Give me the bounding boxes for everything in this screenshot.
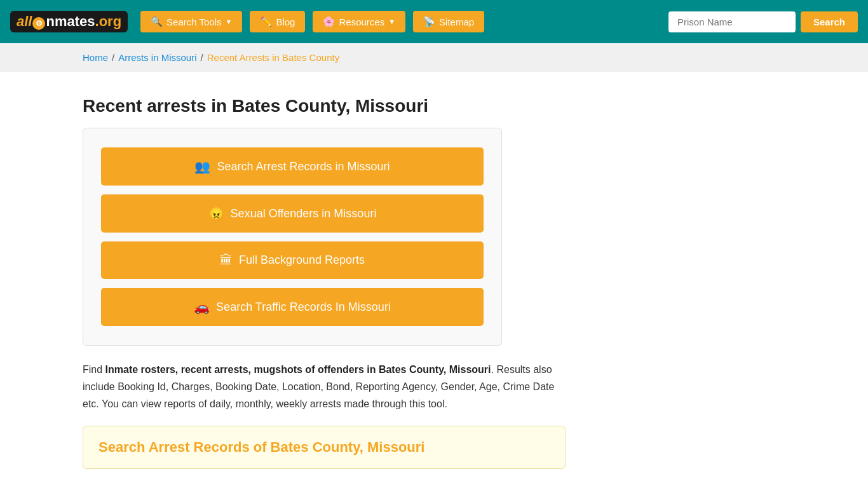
background-reports-label: Full Background Reports bbox=[239, 254, 365, 267]
breadcrumb-current: Recent Arrests in Bates County bbox=[207, 52, 339, 63]
resources-label: Resources bbox=[339, 17, 384, 27]
main-content: Recent arrests in Bates County, Missouri… bbox=[0, 72, 868, 488]
background-reports-icon: 🏛 bbox=[220, 253, 233, 268]
sitemap-label: Sitemap bbox=[439, 17, 474, 27]
resources-button[interactable]: 🌸 Resources ▼ bbox=[313, 11, 405, 32]
blog-button[interactable]: ✏️ Blog bbox=[250, 11, 305, 32]
blog-label: Blog bbox=[276, 17, 295, 27]
sitemap-icon: 📡 bbox=[423, 16, 435, 27]
site-header: all⚙nmates.org 🔍 Search Tools ▼ ✏️ Blog … bbox=[0, 0, 868, 43]
header-search-area: Search bbox=[668, 11, 858, 32]
description-bold: Inmate rosters, recent arrests, mugshots… bbox=[105, 364, 491, 375]
breadcrumb-arrests-link[interactable]: Arrests in Missouri bbox=[118, 52, 196, 63]
description-prefix: Find bbox=[83, 364, 105, 375]
sitemap-button[interactable]: 📡 Sitemap bbox=[413, 11, 484, 32]
page-title: Recent arrests in Bates County, Missouri bbox=[83, 96, 785, 116]
description-text: Find Inmate rosters, recent arrests, mug… bbox=[83, 361, 566, 413]
arrest-records-button[interactable]: 👥 Search Arrest Records in Missouri bbox=[101, 147, 484, 186]
arrest-records-icon: 👥 bbox=[194, 159, 210, 174]
traffic-records-icon: 🚗 bbox=[194, 299, 210, 315]
prison-name-input[interactable] bbox=[668, 11, 796, 32]
search-button-label: Search bbox=[813, 17, 845, 27]
search-tools-button[interactable]: 🔍 Search Tools ▼ bbox=[140, 11, 242, 32]
breadcrumb: Home / Arrests in Missouri / Recent Arre… bbox=[83, 52, 785, 63]
resources-icon: 🌸 bbox=[323, 16, 335, 27]
site-logo[interactable]: all⚙nmates.org bbox=[10, 11, 128, 32]
sexual-offenders-button[interactable]: 😠 Sexual Offenders in Missouri bbox=[101, 194, 484, 233]
breadcrumb-home-link[interactable]: Home bbox=[83, 52, 108, 63]
resources-dropdown-arrow-icon: ▼ bbox=[388, 18, 395, 25]
search-records-title: Search Arrest Records of Bates County, M… bbox=[98, 439, 550, 456]
traffic-records-label: Search Traffic Records In Missouri bbox=[216, 301, 391, 314]
sexual-offenders-label: Sexual Offenders in Missouri bbox=[231, 207, 377, 220]
search-tools-label: Search Tools bbox=[166, 17, 221, 27]
breadcrumb-sep-2: / bbox=[201, 52, 203, 63]
blog-icon: ✏️ bbox=[260, 16, 272, 27]
search-records-section: Search Arrest Records of Bates County, M… bbox=[83, 426, 566, 469]
breadcrumb-sep-1: / bbox=[112, 52, 114, 63]
header-search-button[interactable]: Search bbox=[801, 11, 858, 32]
arrest-records-label: Search Arrest Records in Missouri bbox=[217, 160, 390, 173]
search-tools-icon: 🔍 bbox=[151, 16, 163, 27]
action-buttons-card: 👥 Search Arrest Records in Missouri 😠 Se… bbox=[83, 128, 502, 346]
dropdown-arrow-icon: ▼ bbox=[226, 18, 233, 25]
sexual-offenders-icon: 😠 bbox=[208, 206, 224, 221]
background-reports-button[interactable]: 🏛 Full Background Reports bbox=[101, 241, 484, 279]
traffic-records-button[interactable]: 🚗 Search Traffic Records In Missouri bbox=[101, 288, 484, 326]
breadcrumb-section: Home / Arrests in Missouri / Recent Arre… bbox=[0, 43, 868, 72]
